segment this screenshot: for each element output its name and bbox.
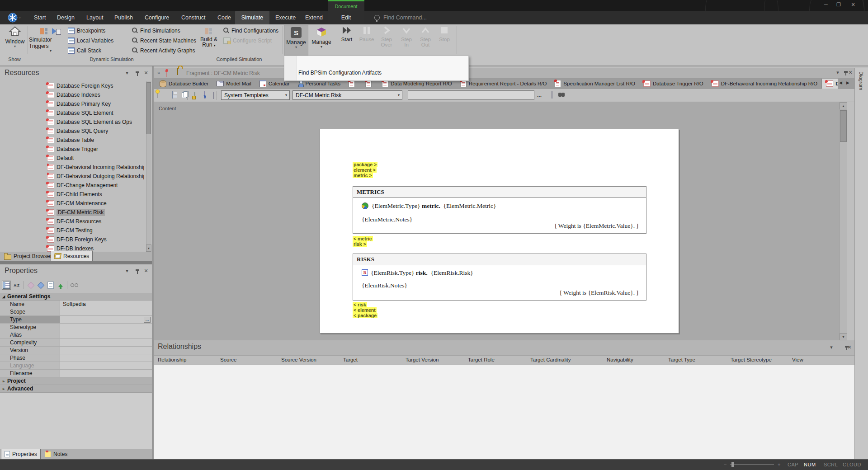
template-name-select[interactable]: DF-CM Metric Risk▾ — [292, 90, 402, 100]
scroll-up-button[interactable]: ▲ — [840, 102, 847, 109]
menu-item-code[interactable]: Code — [217, 11, 231, 24]
call-stack-button[interactable]: Call Stack — [68, 47, 101, 54]
tab-df-behavioral-incoming-relationship[interactable]: DF-Behavioral Incoming Relationship R/O — [708, 79, 821, 89]
property-value[interactable] — [60, 339, 152, 346]
element-button[interactable] — [36, 281, 45, 290]
resource-item[interactable]: DF-CM Resources — [47, 217, 101, 226]
template-scope-select[interactable]: System Templates▾ — [221, 90, 290, 100]
column-target-type[interactable]: Target Type — [668, 357, 695, 362]
window-button[interactable]: Window ▾ — [3, 25, 27, 55]
tab-scroll-right-icon[interactable]: ▶ — [846, 80, 849, 85]
context-tab-document[interactable]: Document — [328, 0, 364, 11]
tab-df-cm-metric-risk-active[interactable]: DF-CM Metric Risk R/O — [821, 79, 838, 89]
menu-item-simulate-active[interactable]: Simulate — [235, 11, 269, 24]
tab-requirement-report-details[interactable]: Requirement Report - Details R/O — [456, 79, 551, 89]
tab-scroll-left-icon[interactable]: ◀ — [839, 80, 842, 85]
column-source-version[interactable]: Source Version — [281, 357, 316, 362]
menu-item-extend[interactable]: Extend — [305, 11, 323, 24]
tab-properties-active[interactable]: Properties — [1, 449, 41, 459]
page-layout-icon[interactable] — [213, 92, 214, 99]
find-configurations-button[interactable]: Find Configurations — [223, 27, 278, 34]
menu-item-construct[interactable]: Construct — [181, 11, 206, 24]
property-row-filename[interactable]: Filename — [0, 370, 152, 377]
resource-item[interactable]: DF-CM Testing — [47, 226, 93, 235]
resource-item[interactable]: Database SQL Element as Ops — [47, 118, 132, 127]
resource-item[interactable]: Database Indexes — [47, 90, 100, 99]
chevron-down-icon[interactable]: ▾ — [124, 70, 130, 76]
menu-item-start[interactable]: Start — [34, 11, 46, 24]
property-row-name[interactable]: NameSoftpedia — [0, 301, 152, 308]
tab-project-browser[interactable]: Project Browser — [1, 252, 55, 261]
resource-item[interactable]: Database SQL Query — [47, 127, 108, 136]
local-variables-button[interactable]: Local Variables — [68, 37, 113, 44]
find-command-box[interactable]: Find Command... — [374, 11, 427, 24]
resource-item[interactable]: DF-CM Maintenance — [47, 199, 107, 208]
close-icon[interactable]: ✕ — [143, 268, 149, 274]
column-view[interactable]: View — [792, 357, 803, 362]
section-advanced[interactable]: ▹Advanced — [0, 385, 152, 393]
categorized-view-button[interactable] — [2, 281, 11, 290]
navigate-up-button[interactable] — [56, 281, 65, 290]
property-row-complexity[interactable]: Complexity — [0, 339, 152, 347]
template-filter-input[interactable] — [408, 90, 534, 100]
manage-bpsim-button[interactable]: S Manage ▾ — [284, 25, 308, 56]
resource-item[interactable]: DF-Behavioral Incoming Relationship — [47, 163, 144, 172]
scroll-down-button[interactable]: ▼ — [146, 244, 151, 252]
column-target[interactable]: Target — [343, 357, 358, 362]
panel-splitter[interactable] — [0, 261, 152, 264]
scrollbar-thumb[interactable] — [840, 110, 847, 142]
new-document-icon[interactable] — [157, 91, 158, 98]
zoom-slider-thumb[interactable] — [731, 462, 734, 467]
property-row-phase[interactable]: Phase — [0, 354, 152, 362]
menu-item-layout[interactable]: Layout — [86, 11, 104, 24]
zoom-in-button[interactable]: + — [778, 462, 781, 467]
column-target-role[interactable]: Target Role — [468, 357, 495, 362]
resource-item[interactable]: Database Table — [47, 136, 94, 145]
property-row-type-selected[interactable]: Type... — [0, 316, 152, 324]
resource-item[interactable]: Default — [47, 154, 74, 163]
scrollbar-thumb[interactable] — [146, 82, 151, 134]
section-general-settings[interactable]: ◢General Settings — [0, 293, 152, 301]
menu-item-find-bpsim-configuration-artifacts[interactable]: Find BPSim Configuration Artifacts — [298, 70, 382, 76]
zoom-slider-track[interactable] — [730, 464, 774, 465]
column-target-version[interactable]: Target Version — [406, 357, 439, 362]
property-value[interactable] — [60, 354, 152, 362]
resource-item[interactable]: DF-Behavioral Outgoing Relationship — [47, 172, 144, 181]
scroll-down-button[interactable]: ▼ — [840, 333, 847, 340]
close-icon[interactable]: ✕ — [846, 344, 853, 350]
menu-item-design[interactable]: Design — [57, 11, 75, 24]
menu-item-execute[interactable]: Execute — [275, 11, 296, 24]
tab-model-mail[interactable]: Model Mail — [212, 79, 255, 89]
close-button[interactable]: ✕ — [849, 2, 857, 8]
section-project[interactable]: ▹Project — [0, 377, 152, 385]
find-simulations-button[interactable]: Find Simulations — [132, 27, 180, 34]
property-value[interactable] — [60, 347, 152, 354]
more-options-button[interactable]: ... — [537, 92, 542, 99]
breakpoints-button[interactable]: Breakpoints — [68, 27, 105, 34]
tab-resources-active[interactable]: Resources — [51, 251, 93, 261]
close-icon[interactable]: ✕ — [847, 70, 854, 75]
view-button[interactable] — [70, 281, 79, 290]
property-row-scope[interactable]: Scope — [0, 308, 152, 316]
column-target-stereotype[interactable]: Target Stereotype — [731, 357, 772, 362]
start-button[interactable]: Start — [337, 25, 356, 42]
property-value[interactable] — [60, 324, 152, 331]
tab-database-builder[interactable]: Database Builder — [156, 79, 212, 89]
menu-item-edit[interactable]: Edit — [328, 11, 364, 24]
manage-scenarios-button[interactable]: Manage ▾ — [309, 25, 334, 55]
grid-search-icon[interactable] — [552, 91, 552, 99]
zoom-out-button[interactable]: − — [724, 462, 727, 467]
chevron-down-icon[interactable]: ▾ — [828, 344, 835, 350]
property-value[interactable]: Softpedia — [60, 301, 152, 308]
breadcrumb-chevrons-icon[interactable]: » — [157, 70, 160, 75]
column-source[interactable]: Source — [220, 357, 236, 362]
resource-item[interactable]: Database Foreign Keys — [47, 81, 113, 90]
tab-notes[interactable]: Notes — [42, 450, 71, 459]
tab-database-trigger[interactable]: Database Trigger R/O — [639, 79, 708, 89]
relationships-body[interactable] — [154, 365, 854, 459]
property-value[interactable]: ... — [60, 316, 152, 323]
chevron-down-icon[interactable]: ▾ — [124, 268, 130, 274]
property-value[interactable] — [60, 370, 152, 377]
resource-item-selected[interactable]: DF-CM Metric Risk — [47, 208, 105, 217]
save-icon[interactable] — [172, 91, 173, 99]
